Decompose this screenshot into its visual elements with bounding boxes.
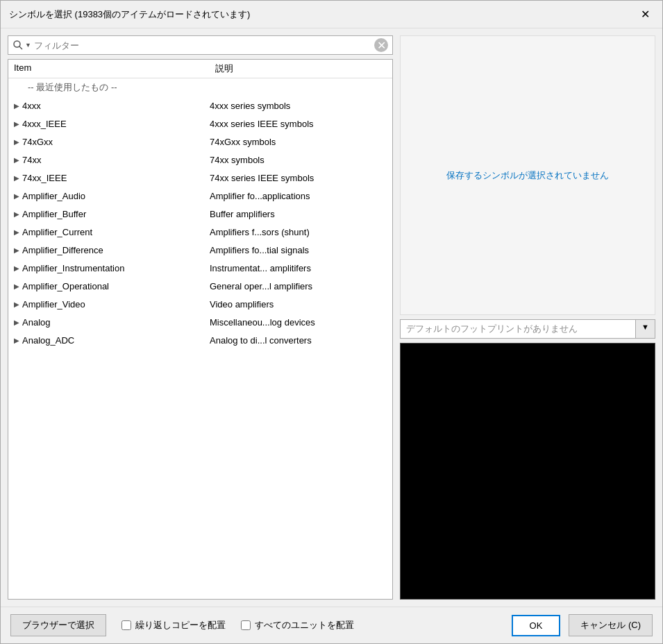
list-item[interactable]: ▶ Analog_ADC Analog to di...l converters	[8, 331, 392, 349]
footprint-wrapper: デフォルトのフットプリントがありません ▼	[400, 319, 655, 339]
list-item[interactable]: ▶ 4xxx_IEEE 4xxx series IEEE symbols	[8, 115, 392, 133]
expand-arrow-icon: ▶	[14, 174, 19, 182]
list-item[interactable]: ▶ Amplifier_Current Amplifiers f...sors …	[8, 223, 392, 241]
browser-select-button[interactable]: ブラウザーで選択	[10, 614, 106, 636]
item-desc: 4xxx series symbols	[210, 101, 387, 111]
list-item[interactable]: ▶ Amplifier_Video Video amplifiers	[8, 295, 392, 313]
item-name: Amplifier_Current	[22, 227, 210, 237]
list-body: -- 最近使用したもの -- ▶ 4xxx 4xxx series symbol…	[8, 78, 392, 599]
expand-arrow-icon: ▶	[14, 246, 19, 254]
expand-arrow-icon: ▶	[14, 300, 19, 308]
item-desc: Amplifiers fo...tial signals	[210, 245, 387, 255]
expand-arrow-icon: ▶	[14, 156, 19, 164]
recent-label: -- 最近使用したもの --	[14, 81, 117, 94]
symbol-preview-black	[400, 343, 655, 600]
item-desc: 4xxx series IEEE symbols	[210, 119, 387, 129]
expand-arrow-icon: ▶	[14, 102, 19, 110]
search-icon-wrap: ▼	[12, 40, 31, 51]
item-name: Amplifier_Video	[22, 299, 210, 310]
repeat-copy-group: 繰り返しコピーを配置	[121, 619, 226, 632]
list-item[interactable]: ▶ 74xx_IEEE 74xx series IEEE symbols	[8, 169, 392, 187]
expand-arrow-icon: ▶	[14, 120, 19, 128]
left-panel: ▼ ✕ Item 説明 -- 最近使用したもの --	[8, 35, 393, 600]
expand-arrow-icon: ▶	[14, 138, 19, 146]
item-desc: Analog to di...l converters	[210, 335, 387, 346]
item-name: 74xGxx	[22, 137, 210, 147]
list-item-recent[interactable]: -- 最近使用したもの --	[8, 78, 392, 96]
item-name: 74xx	[22, 155, 210, 165]
footprint-dropdown-icon[interactable]: ▼	[635, 320, 655, 338]
dialog-content: ▼ ✕ Item 説明 -- 最近使用したもの --	[1, 28, 662, 607]
all-units-label: すべてのユニットを配置	[255, 619, 354, 632]
item-desc: 74xx symbols	[210, 155, 387, 165]
search-dropdown-arrow[interactable]: ▼	[25, 42, 31, 49]
repeat-copy-checkbox[interactable]	[121, 620, 131, 630]
cancel-button[interactable]: キャンセル (C)	[569, 614, 653, 636]
item-desc: Amplifiers f...sors (shunt)	[210, 227, 387, 237]
footprint-text: デフォルトのフットプリントがありません	[401, 320, 635, 338]
repeat-copy-label: 繰り返しコピーを配置	[135, 619, 226, 632]
list-item[interactable]: ▶ Amplifier_Buffer Buffer amplifiers	[8, 205, 392, 223]
right-panel: 保存するシンボルが選択されていません デフォルトのフットプリントがありません ▼	[400, 35, 655, 600]
all-units-group: すべてのユニットを配置	[241, 619, 354, 632]
list-item[interactable]: ▶ Amplifier_Difference Amplifiers fo...t…	[8, 241, 392, 259]
expand-arrow-icon: ▶	[14, 192, 19, 200]
all-units-checkbox[interactable]	[241, 620, 251, 630]
dialog-footer: ブラウザーで選択 繰り返しコピーを配置 すべてのユニットを配置 OK キャンセル…	[1, 607, 662, 643]
search-bar: ▼ ✕	[8, 35, 393, 55]
list-item[interactable]: ▶ Amplifier_Instrumentation Instrumentat…	[8, 259, 392, 277]
item-name: 4xxx	[22, 101, 210, 111]
search-input[interactable]	[34, 40, 371, 51]
item-desc: Miscellaneou...log devices	[210, 317, 387, 328]
expand-arrow-icon: ▶	[14, 337, 19, 344]
col-desc-header: 説明	[215, 62, 387, 75]
search-icon	[12, 40, 24, 51]
item-desc: 74xGxx symbols	[210, 137, 387, 147]
symbol-chooser-dialog: シンボルを選択 (19383個のアイテムがロードされています) ✕ ▼ ✕	[0, 0, 663, 644]
list-header: Item 説明	[8, 60, 392, 78]
item-desc: Video amplifiers	[210, 299, 387, 310]
item-desc: General oper...l amplifiers	[210, 281, 387, 291]
title-bar: シンボルを選択 (19383個のアイテムがロードされています) ✕	[1, 1, 662, 28]
dialog-title: シンボルを選択 (19383個のアイテムがロードされています)	[9, 8, 250, 21]
item-name: 4xxx_IEEE	[22, 119, 210, 129]
list-item[interactable]: ▶ Amplifier_Operational General oper...l…	[8, 277, 392, 295]
close-button[interactable]: ✕	[637, 6, 654, 22]
item-name: Amplifier_Difference	[22, 245, 210, 255]
expand-arrow-icon: ▶	[14, 319, 19, 326]
item-name: 74xx_IEEE	[22, 173, 210, 183]
symbol-list-container: Item 説明 -- 最近使用したもの -- ▶ 4xxx 4xxx serie…	[8, 59, 393, 600]
svg-line-1	[19, 46, 22, 49]
item-name: Amplifier_Instrumentation	[22, 263, 210, 273]
svg-point-0	[14, 41, 20, 47]
item-desc: Buffer amplifiers	[210, 209, 387, 219]
expand-arrow-icon: ▶	[14, 282, 19, 290]
list-item[interactable]: ▶ 74xGxx 74xGxx symbols	[8, 133, 392, 151]
no-symbol-label: 保存するシンボルが選択されていません	[446, 169, 609, 182]
list-item[interactable]: ▶ Analog Miscellaneou...log devices	[8, 313, 392, 331]
item-name: Analog_ADC	[22, 335, 210, 346]
item-desc: Instrumentat... amplitifers	[210, 263, 387, 273]
expand-arrow-icon: ▶	[14, 210, 19, 218]
item-desc: 74xx series IEEE symbols	[210, 173, 387, 183]
expand-arrow-icon: ▶	[14, 228, 19, 236]
list-item[interactable]: ▶ 74xx 74xx symbols	[8, 151, 392, 169]
col-item-header: Item	[14, 62, 215, 75]
item-desc: Amplifier fo...applications	[210, 191, 387, 201]
list-item[interactable]: ▶ Amplifier_Audio Amplifier fo...applica…	[8, 187, 392, 205]
item-name: Analog	[22, 317, 210, 328]
item-name: Amplifier_Audio	[22, 191, 210, 201]
item-name: Amplifier_Buffer	[22, 209, 210, 219]
symbol-preview-top: 保存するシンボルが選択されていません	[400, 35, 655, 315]
search-clear-button[interactable]: ✕	[374, 38, 388, 52]
item-name: Amplifier_Operational	[22, 281, 210, 291]
expand-arrow-icon: ▶	[14, 264, 19, 272]
ok-button[interactable]: OK	[512, 615, 561, 636]
list-item[interactable]: ▶ 4xxx 4xxx series symbols	[8, 96, 392, 115]
